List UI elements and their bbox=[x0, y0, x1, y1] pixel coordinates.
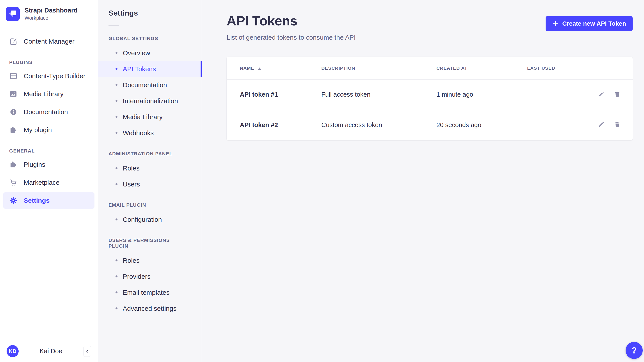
puzzle-icon bbox=[9, 126, 18, 134]
subnav-item-email-templates[interactable]: Email templates bbox=[98, 284, 202, 300]
column-header-description[interactable]: DESCRIPTION bbox=[321, 57, 436, 79]
edit-token-button[interactable] bbox=[597, 121, 606, 130]
sidebar-item-label: Media Library bbox=[24, 90, 64, 98]
subnav-item-label: Media Library bbox=[123, 113, 163, 121]
help-button[interactable]: ? bbox=[626, 342, 643, 359]
subnav-item-label: Users bbox=[123, 180, 140, 188]
subnav-item-label: Documentation bbox=[123, 81, 167, 89]
bullet-dot bbox=[116, 68, 118, 70]
subnav-item-providers[interactable]: Providers bbox=[98, 268, 202, 284]
subnav-item-documentation[interactable]: Documentation bbox=[98, 77, 202, 93]
sidebar-nav: Content Manager PLUGINS Content-Type Bui… bbox=[0, 28, 98, 340]
subnav-item-admin-roles[interactable]: Roles bbox=[98, 160, 202, 176]
row-actions bbox=[586, 110, 632, 140]
sidebar-item-label: Content-Type Builder bbox=[24, 72, 86, 80]
column-header-name[interactable]: NAME bbox=[227, 57, 321, 79]
sidebar-item-label: Marketplace bbox=[24, 179, 60, 186]
main-content: API Tokens List of generated tokens to c… bbox=[202, 0, 644, 362]
column-header-label: DESCRIPTION bbox=[321, 66, 355, 70]
token-created-at: 1 minute ago bbox=[436, 79, 527, 110]
token-description: Full access token bbox=[321, 79, 436, 110]
chevron-left-icon bbox=[85, 349, 90, 354]
cart-icon bbox=[9, 178, 18, 187]
sidebar-item-settings[interactable]: Settings bbox=[3, 192, 94, 208]
sidebar-item-label: Settings bbox=[24, 197, 50, 204]
edit-token-button[interactable] bbox=[597, 90, 606, 99]
subnav-group-users-permissions-plugin: USERS & PERMISSIONS PLUGIN bbox=[108, 238, 191, 249]
bullet-dot bbox=[116, 132, 118, 134]
collapse-sidebar-button[interactable] bbox=[83, 346, 91, 357]
brand-text: Strapi Dashboard Workplace bbox=[24, 7, 78, 21]
user-area: KD Kai Doe bbox=[0, 340, 98, 362]
subnav-item-email-configuration[interactable]: Configuration bbox=[98, 212, 202, 228]
pencil-icon bbox=[598, 91, 604, 98]
column-header-label: NAME bbox=[240, 66, 254, 70]
page-header: API Tokens List of generated tokens to c… bbox=[227, 0, 632, 41]
info-icon bbox=[9, 108, 18, 116]
column-header-last-used[interactable]: LAST USED bbox=[527, 57, 586, 79]
sidebar-item-label: My plugin bbox=[24, 126, 52, 134]
token-name: API token #1 bbox=[227, 79, 321, 110]
subnav-item-overview[interactable]: Overview bbox=[98, 45, 202, 61]
subnav-item-label: Providers bbox=[123, 273, 150, 280]
puzzle-icon bbox=[9, 160, 18, 169]
sidebar-item-my-plugin[interactable]: My plugin bbox=[3, 122, 94, 138]
subnav-item-api-tokens[interactable]: API Tokens bbox=[98, 61, 202, 77]
subnav-item-webhooks[interactable]: Webhooks bbox=[98, 125, 202, 141]
sidebar-item-label: Documentation bbox=[24, 108, 68, 116]
sidebar-item-content-type-builder[interactable]: Content-Type Builder bbox=[3, 68, 94, 84]
subnav-group-administration-panel: ADMINISTRATION PANEL bbox=[108, 151, 191, 157]
subnav-item-up-roles[interactable]: Roles bbox=[98, 252, 202, 268]
sidebar-item-plugins[interactable]: Plugins bbox=[3, 156, 94, 173]
bullet-dot bbox=[116, 218, 118, 220]
subnav-item-label: Internationalization bbox=[123, 97, 178, 105]
user-name: Kai Doe bbox=[19, 348, 83, 355]
sidebar-item-label: Content Manager bbox=[24, 38, 74, 45]
workspace-switcher[interactable]: Strapi Dashboard Workplace bbox=[0, 0, 98, 28]
token-description: Custom access token bbox=[321, 110, 436, 140]
sidebar-item-label: Plugins bbox=[24, 161, 45, 168]
create-api-token-button[interactable]: Create new API Token bbox=[546, 16, 632, 31]
token-last-used bbox=[527, 79, 586, 110]
column-header-actions bbox=[586, 57, 632, 79]
plus-icon bbox=[552, 20, 559, 27]
trash-icon bbox=[614, 91, 621, 98]
delete-token-button[interactable] bbox=[613, 121, 622, 130]
sidebar-item-documentation[interactable]: Documentation bbox=[3, 104, 94, 120]
subnav-item-label: API Tokens bbox=[123, 65, 156, 73]
table-header-row: NAME DESCRIPTION CREATED AT LAST USED bbox=[227, 57, 632, 79]
avatar-initials: KD bbox=[9, 348, 16, 354]
avatar[interactable]: KD bbox=[6, 345, 19, 357]
app-title: Strapi Dashboard bbox=[24, 7, 78, 14]
sidebar-item-media-library[interactable]: Media Library bbox=[3, 86, 94, 102]
bullet-dot bbox=[116, 167, 118, 169]
divider bbox=[108, 25, 119, 26]
subnav-item-internationalization[interactable]: Internationalization bbox=[98, 93, 202, 109]
trash-icon bbox=[614, 121, 621, 128]
bullet-dot bbox=[116, 84, 118, 86]
table-row[interactable]: API token #1 Full access token 1 minute … bbox=[227, 79, 632, 110]
bullet-dot bbox=[116, 116, 118, 118]
table-row[interactable]: API token #2 Custom access token 20 seco… bbox=[227, 110, 632, 140]
token-created-at: 20 seconds ago bbox=[436, 110, 527, 140]
sidebar-item-content-manager[interactable]: Content Manager bbox=[3, 33, 94, 50]
sort-asc-icon[interactable] bbox=[258, 68, 261, 70]
help-button-label: ? bbox=[632, 346, 637, 356]
subnav-item-advanced-settings[interactable]: Advanced settings bbox=[98, 300, 202, 316]
bullet-dot bbox=[116, 308, 118, 310]
page-header-text: API Tokens List of generated tokens to c… bbox=[227, 13, 356, 41]
tokens-table-card: NAME DESCRIPTION CREATED AT LAST USED bbox=[227, 57, 632, 140]
strapi-logo-icon bbox=[6, 7, 20, 21]
subnav-item-media-library[interactable]: Media Library bbox=[98, 109, 202, 125]
create-api-token-label: Create new API Token bbox=[562, 20, 626, 27]
subnav-item-label: Advanced settings bbox=[123, 305, 176, 312]
delete-token-button[interactable] bbox=[613, 90, 622, 99]
subnav-item-admin-users[interactable]: Users bbox=[98, 176, 202, 192]
bullet-dot bbox=[116, 100, 118, 102]
sidebar-item-marketplace[interactable]: Marketplace bbox=[3, 174, 94, 191]
pen-icon bbox=[9, 37, 18, 46]
column-header-created-at[interactable]: CREATED AT bbox=[436, 57, 527, 79]
image-icon bbox=[9, 90, 18, 98]
subnav-group-email-plugin: EMAIL PLUGIN bbox=[108, 202, 191, 208]
main-sidebar: Strapi Dashboard Workplace Content Manag… bbox=[0, 0, 98, 362]
